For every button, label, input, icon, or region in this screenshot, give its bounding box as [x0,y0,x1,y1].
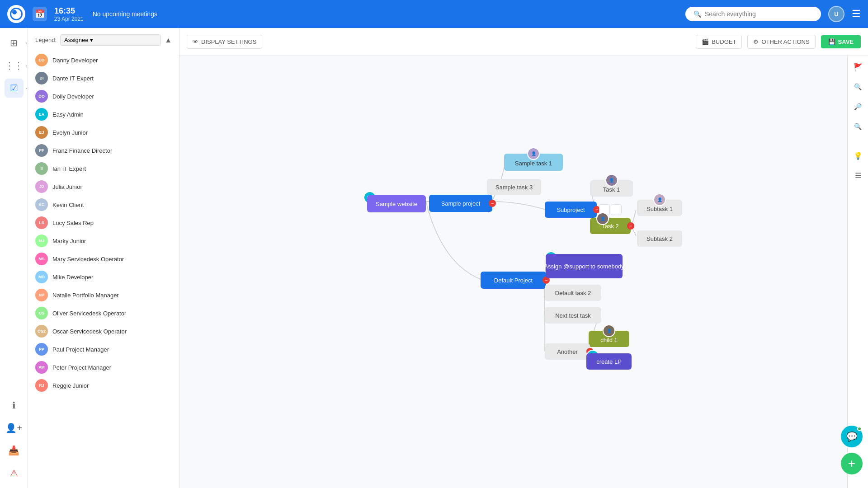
legend-item-oliver-servicedesk-operator[interactable]: OS Oliver Servicedesk Operator [28,304,179,322]
alert-icon: ⚠ [10,468,18,479]
node-subproject[interactable]: Subproject − [545,202,597,218]
node-sample-task-3[interactable]: Sample task 3 [487,179,541,195]
minus-task2-icon[interactable]: − [627,222,634,230]
node-next-test-task[interactable]: Next test task [545,307,601,324]
hamburger-menu-icon[interactable]: ☰ [852,8,861,20]
legend-item-label: Dante IT Expert [52,75,94,82]
chevron-down-icon: ▾ [90,37,93,43]
canvas-area: 👁 DISPLAY SETTINGS 🎬 BUDGET ⚙ OTHER ACTI… [179,28,868,488]
legend-avatar: OS [35,307,48,319]
display-settings-button[interactable]: 👁 DISPLAY SETTINGS [187,35,262,49]
node-child-1[interactable]: 👤 child 1 [589,331,629,347]
budget-button[interactable]: 🎬 BUDGET [696,35,742,49]
chat-icon: 💬 [846,431,858,442]
legend-item-label: Peter Project Manager [52,364,111,371]
sidebar-item-hierarchy[interactable]: ⋮⋮ › [5,56,24,75]
legend-item-peter-project-manager[interactable]: PM Peter Project Manager [28,358,179,376]
other-actions-button[interactable]: ⚙ OTHER ACTIONS [747,35,815,49]
node-task-2[interactable]: ✎ ◎ 👤 Task 2 − [590,218,631,234]
legend-item-label: Evelyn Junior [52,129,88,136]
sidebar-item-home[interactable]: ⊞ › [5,33,24,52]
node-default-project[interactable]: Default Project − [481,272,546,289]
settings-icon: ⚙ [753,38,759,45]
legend-item-label: Mary Servicedesk Operator [52,256,124,263]
node-default-task-2[interactable]: Default task 2 [545,285,601,301]
flag-icon[interactable]: 🚩 [851,60,865,74]
legend-avatar: DI [35,72,48,84]
legend-item-mary-servicedesk-operator[interactable]: MS Mary Servicedesk Operator [28,250,179,268]
legend-item-easy-admin[interactable]: EA Easy Admin [28,105,179,123]
node-subtask-2[interactable]: Subtask 2 [637,230,682,247]
node-create-lp[interactable]: create LP [586,353,632,370]
legend-avatar: NP [35,289,48,301]
minus-sample-project-icon[interactable]: − [489,200,496,207]
canvas-toolbar: 👁 DISPLAY SETTINGS 🎬 BUDGET ⚙ OTHER ACTI… [179,28,868,56]
save-button[interactable]: 💾 SAVE [821,35,861,48]
chat-fab-button[interactable]: 💬 [841,426,863,447]
legend-item-dante-it-expert[interactable]: DI Dante IT Expert [28,69,179,87]
node-another[interactable]: Another − [545,343,590,360]
logo[interactable] [7,5,25,23]
sidebar-item-import[interactable]: 📥 [5,441,24,460]
header: 📅 16:35 23 Apr 2021 No upcoming meetings… [0,0,868,28]
legend-item-reggie-junior[interactable]: RJ Reggie Junior [28,376,179,394]
node-sample-task-1[interactable]: 👤 Sample task 1 [504,154,563,171]
node-sample-project[interactable]: Sample project − [429,195,492,212]
node-assign-support[interactable]: Assign @support to somebody [546,254,623,278]
legend-item-franz-finance-director[interactable]: FF Franz Finance Director [28,141,179,160]
legend-avatar: RJ [35,379,48,392]
legend-avatar: MJ [35,235,48,247]
node-task-1[interactable]: 👤 Task 1 [590,180,633,197]
legend-item-paul-project-manager[interactable]: PP Paul Project Manager [28,340,179,358]
search-zoom-in-icon[interactable]: 🔍 [851,80,865,94]
legend-select[interactable]: Assignee ▾ [60,34,161,46]
legend-item-label: Paul Project Manager [52,346,109,353]
time-display: 16:35 23 Apr 2021 [54,6,84,22]
node-subtask-1[interactable]: 👤 Subtask 1 [637,200,682,216]
legend-avatar: PP [35,343,48,356]
legend-avatar: DD [35,54,48,66]
legend-item-julia-junior[interactable]: JJ Julia Junior [28,178,179,196]
main-layout: ⊞ › ⋮⋮ › ☑ › ℹ 👤+ 📥 ⚠ Legend: Assignee [0,28,868,488]
legend-avatar: II [35,162,48,175]
search-box[interactable]: 🔍 [685,7,821,21]
legend-item-label: Natalie Portfolio Manager [52,292,119,299]
add-user-icon: 👤+ [5,422,22,433]
avatar-task-1: 👤 [605,174,618,187]
legend-item-label: Oliver Servicedesk Operator [52,310,126,317]
legend-avatar: JJ [35,180,48,193]
legend-item-dolly-developer[interactable]: DO Dolly Developer [28,87,179,105]
legend-item-evelyn-junior[interactable]: EJ Evelyn Junior [28,123,179,141]
legend-header: Legend: Assignee ▾ ▲ [28,28,179,49]
legend-item-danny-developer[interactable]: DD Danny Developer [28,51,179,69]
legend-item-marky-junior[interactable]: MJ Marky Junior [28,232,179,250]
calendar-icon[interactable]: 📅 [33,7,47,21]
collapse-panel-icon[interactable]: ▲ [165,36,172,44]
sidebar-item-tasks[interactable]: ☑ › [5,79,24,98]
sidebar-item-alert[interactable]: ⚠ [5,464,24,483]
search-reset-icon[interactable]: 🔎 [851,99,865,114]
sidebar-item-info[interactable]: ℹ [5,396,24,415]
add-fab-button[interactable]: + [841,453,863,474]
sidebar-item-add-user[interactable]: 👤+ [5,418,24,437]
zoom-out-icon[interactable]: 🔍 [851,119,865,134]
lightbulb-icon[interactable]: 💡 [851,148,865,163]
list-settings-icon[interactable]: ☰ [851,168,865,183]
legend-item-label: Danny Developer [52,57,98,64]
legend-item-oscar-servicedesk-operator[interactable]: OS2 Oscar Servicedesk Operator [28,322,179,340]
legend-item-natalie-portfolio-manager[interactable]: NP Natalie Portfolio Manager [28,286,179,304]
chat-notification-dot [857,427,862,431]
legend-item-label: Oscar Servicedesk Operator [52,328,127,335]
legend-item-ian-it-expert[interactable]: II Ian IT Expert [28,160,179,178]
legend-item-lucy-sales-rep[interactable]: LS Lucy Sales Rep [28,214,179,232]
search-input[interactable] [705,10,813,18]
legend-item-kevin-client[interactable]: KC Kevin Client [28,196,179,214]
mindmap-canvas: EA Sample website Sample project − 👤 Sam… [179,56,847,488]
node-sample-website[interactable]: Sample website [367,195,426,212]
user-avatar[interactable]: U [828,6,844,22]
legend-item-mike-developer[interactable]: MD Mike Developer [28,268,179,286]
save-icon: 💾 [828,38,835,45]
edit-target-icon[interactable]: ◎ [611,204,622,215]
legend-avatar: PM [35,361,48,374]
legend-item-label: Dolly Developer [52,93,94,100]
